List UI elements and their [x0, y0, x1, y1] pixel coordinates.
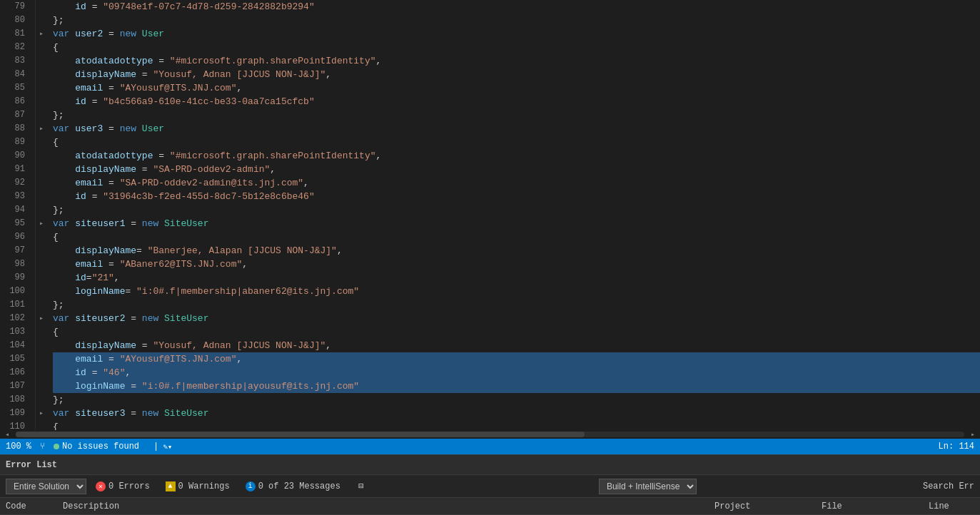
- code-line[interactable]: email = "ABaner62@ITS.JNJ.com",: [53, 258, 980, 271]
- code-line[interactable]: email = "AYousuf@ITS.JNJ.com",: [53, 81, 980, 95]
- line-number: 102: [0, 312, 29, 325]
- fold-icon[interactable]: ▸: [36, 312, 47, 325]
- line-number: 80: [0, 14, 29, 27]
- code-line[interactable]: };: [53, 14, 980, 27]
- messages-button[interactable]: i 0 of 23 Messages: [239, 479, 347, 494]
- code-line[interactable]: id = "46",: [53, 366, 980, 379]
- fold-icon: [36, 0, 47, 14]
- scrollbar-thumb[interactable]: [16, 432, 585, 437]
- fold-gutter: ▸▸▸▸▸: [36, 0, 47, 430]
- code-line[interactable]: var siteuser3 = new SiteUser: [53, 407, 980, 420]
- code-line[interactable]: var user2 = new User: [53, 27, 980, 41]
- code-line[interactable]: email = "SA-PRD-oddev2-admin@its.jnj.com…: [53, 176, 980, 190]
- scroll-left-arrow[interactable]: ◂: [1, 430, 13, 439]
- separator-pipe: |: [153, 442, 158, 452]
- col-desc-label: Description: [63, 501, 119, 511]
- code-line[interactable]: displayName = "SA-PRD-oddev2-admin",: [53, 163, 980, 176]
- fold-icon: [36, 258, 47, 271]
- code-line[interactable]: var user3 = new User: [53, 122, 980, 136]
- fold-icon: [36, 285, 47, 298]
- col-code-label: Code: [6, 501, 26, 511]
- code-line[interactable]: loginName = "i:0#.f|membership|ayousuf@i…: [53, 379, 980, 393]
- scrollbar-track[interactable]: [16, 432, 964, 437]
- git-icon-area[interactable]: ⑂: [40, 442, 45, 452]
- fold-icon[interactable]: ▸: [36, 122, 47, 136]
- line-number: 86: [0, 95, 29, 108]
- errors-count-label: 0 Errors: [108, 481, 150, 491]
- line-number: 93: [0, 190, 29, 203]
- line-number: 107: [0, 379, 29, 393]
- code-line[interactable]: {: [53, 230, 980, 244]
- messages-count-label: 0 of 23 Messages: [258, 481, 340, 491]
- fold-icon: [36, 366, 47, 379]
- line-number: 99: [0, 271, 29, 285]
- column-header-project[interactable]: Project: [709, 501, 816, 511]
- fold-icon: [36, 379, 47, 393]
- errors-button[interactable]: ✕ 0 Errors: [89, 479, 156, 494]
- fold-icon: [36, 190, 47, 203]
- code-line[interactable]: {: [53, 325, 980, 339]
- column-header-file[interactable]: File: [816, 501, 923, 511]
- line-number: 87: [0, 108, 29, 122]
- fold-icon: [36, 352, 47, 366]
- code-content[interactable]: id = "09748e1f-07c7-4d78-d259-2842882b92…: [47, 0, 980, 430]
- build-filter-section: Build + IntelliSense: [599, 479, 697, 494]
- line-info: Ln: 114: [939, 442, 974, 452]
- fold-icon: [36, 136, 47, 149]
- fold-icon: [36, 298, 47, 312]
- line-number: 98: [0, 258, 29, 271]
- code-line[interactable]: id = "09748e1f-07c7-4d78-d259-2842882b92…: [53, 0, 980, 14]
- code-line[interactable]: id="21",: [53, 271, 980, 285]
- error-toolbar: Entire Solution ✕ 0 Errors ▲ 0 Warnings …: [0, 475, 980, 498]
- column-header-line[interactable]: Line: [923, 501, 980, 511]
- line-number: 83: [0, 54, 29, 68]
- code-line[interactable]: };: [53, 393, 980, 407]
- code-line[interactable]: {: [53, 41, 980, 54]
- code-line[interactable]: };: [53, 298, 980, 312]
- error-list-title: Error List: [6, 460, 57, 470]
- line-number: 109: [0, 407, 29, 420]
- code-line[interactable]: id = "b4c566a9-610e-41cc-be33-0aa7ca15cf…: [53, 95, 980, 108]
- fold-icon: [36, 149, 47, 163]
- line-number: 91: [0, 163, 29, 176]
- fold-icon: [36, 420, 47, 430]
- fold-icon: [36, 163, 47, 176]
- code-line[interactable]: atodatadottype = "#microsoft.graph.share…: [53, 149, 980, 163]
- column-header-description[interactable]: Description: [57, 501, 709, 511]
- code-line[interactable]: };: [53, 203, 980, 217]
- code-line[interactable]: loginName= "i:0#.f|membership|abaner62@i…: [53, 285, 980, 298]
- no-issues-indicator[interactable]: No issues found: [54, 442, 139, 452]
- code-line[interactable]: {: [53, 136, 980, 149]
- scroll-right-arrow[interactable]: ▸: [967, 430, 979, 439]
- code-line[interactable]: id = "31964c3b-f2ed-455d-8dc7-5b12e8c6be…: [53, 190, 980, 203]
- fold-icon: [36, 81, 47, 95]
- code-line[interactable]: email = "AYousuf@ITS.JNJ.com",: [53, 352, 980, 366]
- warnings-button[interactable]: ▲ 0 Warnings: [159, 479, 236, 494]
- fold-icon: [36, 68, 47, 81]
- build-filter-dropdown[interactable]: Build + IntelliSense: [599, 479, 697, 494]
- code-line[interactable]: atodatadottype = "#microsoft.graph.share…: [53, 54, 980, 68]
- line-number: 94: [0, 203, 29, 217]
- scope-filter-dropdown[interactable]: Entire Solution: [6, 479, 86, 494]
- fold-icon[interactable]: ▸: [36, 407, 47, 420]
- status-extra: | ✎▾: [153, 442, 172, 452]
- code-line[interactable]: {: [53, 420, 980, 430]
- zoom-control[interactable]: 100 %: [6, 442, 31, 452]
- fold-icon: [36, 203, 47, 217]
- code-line[interactable]: };: [53, 108, 980, 122]
- filter-button[interactable]: ⊟: [350, 479, 373, 494]
- error-list-panel: Error List Entire Solution ✕ 0 Errors ▲ …: [0, 454, 980, 515]
- code-line[interactable]: displayName = "Yousuf, Adnan [JJCUS NON-…: [53, 68, 980, 81]
- column-header-code[interactable]: Code: [0, 501, 57, 511]
- fold-icon: [36, 325, 47, 339]
- horizontal-scrollbar[interactable]: ◂ ▸: [0, 430, 980, 439]
- code-line[interactable]: displayName = "Yousuf, Adnan [JJCUS NON-…: [53, 339, 980, 352]
- fold-icon: [36, 41, 47, 54]
- format-icon[interactable]: ✎▾: [163, 442, 172, 452]
- code-line[interactable]: displayName= "Banerjee, Alapan [JJCUS NO…: [53, 244, 980, 258]
- fold-icon[interactable]: ▸: [36, 27, 47, 41]
- code-line[interactable]: var siteuser1 = new SiteUser: [53, 217, 980, 230]
- line-numbers-gutter: 7980818283848586878889909192939495969798…: [0, 0, 36, 430]
- fold-icon[interactable]: ▸: [36, 217, 47, 230]
- code-line[interactable]: var siteuser2 = new SiteUser: [53, 312, 980, 325]
